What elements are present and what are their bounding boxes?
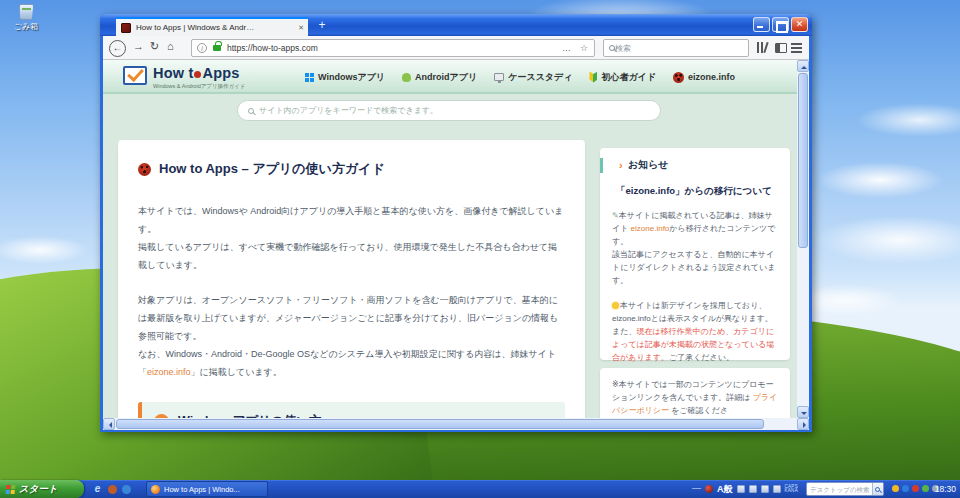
browser-tab[interactable]: How to Apps | Windows & Andr… ✕ — [116, 17, 308, 36]
desktop-search-button[interactable] — [872, 483, 883, 495]
site-search-icon — [248, 108, 254, 114]
scroll-left-button[interactable] — [103, 418, 115, 430]
ime-tool-icon-4[interactable] — [773, 485, 781, 493]
back-button[interactable]: ← — [109, 40, 126, 57]
horizontal-scrollbar[interactable] — [103, 418, 809, 430]
tray-icon-3[interactable] — [912, 485, 919, 492]
page-actions-icon[interactable]: … — [562, 43, 572, 53]
browser-search-box[interactable] — [603, 39, 749, 57]
new-tab-button[interactable]: + — [314, 18, 330, 34]
heading-ladybug-icon — [138, 163, 151, 176]
sidebar-toggle-icon[interactable] — [775, 43, 787, 53]
desktop-search-box[interactable] — [806, 482, 884, 496]
monitor-icon — [494, 73, 504, 81]
tab-close-icon[interactable]: ✕ — [298, 24, 304, 32]
tray-shield-icon[interactable] — [892, 485, 899, 492]
quick-launch-icon-3[interactable] — [122, 485, 131, 494]
quick-launch-icon-2[interactable] — [108, 485, 117, 494]
vertical-scroll-thumb[interactable] — [798, 73, 808, 248]
window-titlebar[interactable]: How to Apps | Windows & Andr… ✕ + ✕ — [100, 14, 812, 36]
site-search-bar[interactable] — [237, 100, 661, 121]
beginner-mark-icon — [589, 72, 597, 83]
page-viewport: How tApps Windows & Androidアプリ操作ガイド Wind… — [103, 60, 797, 418]
nav-item-windows-apps[interactable]: Windowsアプリ — [305, 71, 385, 84]
desktop-search-icon — [875, 487, 880, 492]
desktop: ごみ箱 How to Apps | Windows & Andr… ✕ + ✕ … — [0, 0, 960, 498]
reload-button[interactable]: ↻ — [150, 40, 159, 53]
notice-title: お知らせ — [628, 158, 669, 172]
notice-chevron-icon: › — [619, 160, 623, 171]
tray-icon-4[interactable] — [922, 485, 929, 492]
recycle-bin-icon — [19, 4, 34, 20]
window-close-button[interactable]: ✕ — [791, 17, 808, 32]
notice-header: › お知らせ — [612, 158, 778, 172]
site-logo[interactable]: How tApps Windows & Androidアプリ操作ガイド — [123, 64, 245, 90]
page-info-icon[interactable]: i — [197, 43, 207, 53]
ladybug-icon — [673, 72, 684, 83]
ime-tool-icon-3[interactable] — [761, 485, 769, 493]
tab-title: How to Apps | Windows & Andr… — [136, 23, 294, 32]
notice-paragraph-2: 該当記事にアクセスすると、自動的に本サイトにリダイレクトされるよう設定されていま… — [612, 248, 778, 287]
logo-check-icon — [123, 66, 147, 85]
windows-flag-icon — [6, 485, 16, 494]
browser-toolbar: ← → ↻ ⌂ i https://how-to-apps.com … ☆ — [103, 36, 809, 60]
recycle-bin-shortcut[interactable]: ごみ箱 — [6, 4, 46, 32]
site-title: How tApps — [153, 65, 240, 81]
bookmark-star-icon[interactable]: ☆ — [580, 43, 588, 53]
horizontal-scroll-thumb[interactable] — [116, 419, 764, 429]
library-icon[interactable] — [756, 42, 769, 54]
main-article: How to Apps – アプリの使い方ガイド 本サイトでは、Windowsや… — [118, 140, 585, 418]
notice-subtitle: 「eizone.info」からの移行について — [616, 185, 778, 198]
browser-window: How to Apps | Windows & Andr… ✕ + ✕ ← → … — [100, 14, 812, 432]
tray-icon-2[interactable] — [902, 485, 909, 492]
system-tray — [892, 485, 939, 492]
scroll-down-button[interactable] — [797, 406, 809, 418]
menu-hamburger-icon[interactable] — [791, 47, 802, 49]
caps-kana-indicator: CAPS KANA — [785, 485, 798, 494]
langbar-minimize-icon[interactable]: — — [692, 483, 701, 493]
ime-mode-icon[interactable] — [705, 485, 713, 493]
https-lock-icon — [213, 45, 221, 51]
pencil-icon: ✎ — [612, 211, 619, 220]
window-minimize-button[interactable] — [753, 17, 770, 32]
start-button[interactable]: スタート — [0, 480, 84, 498]
browser-search-input[interactable] — [615, 44, 748, 53]
home-button[interactable]: ⌂ — [167, 40, 174, 52]
logo-dot-icon — [194, 71, 201, 78]
language-bar: — A般 CAPS KANA — [692, 480, 798, 498]
nav-item-case-study[interactable]: ケーススタディ — [494, 71, 572, 84]
recycle-bin-label: ごみ箱 — [6, 21, 46, 32]
ime-tool-icon-2[interactable] — [749, 485, 757, 493]
nav-item-eizone[interactable]: eizone.info — [673, 72, 735, 83]
site-favicon-icon — [121, 23, 131, 33]
taskbar-window-button[interactable]: How to Apps | Windo... — [146, 481, 268, 497]
start-label: スタート — [19, 483, 58, 496]
desktop-search-input[interactable] — [810, 486, 872, 493]
intro-paragraph-4: なお、Windows・Android・De-Google OSなどのシステム導入… — [138, 345, 565, 381]
sidebar-eizone-link[interactable]: eizone.info — [631, 224, 670, 233]
taskbar: スタート e How to Apps | Windo... — A般 CAPS … — [0, 480, 960, 498]
eizone-link[interactable]: eizone.info — [147, 367, 191, 377]
internet-explorer-icon[interactable]: e — [92, 482, 103, 495]
notice-paragraph-3: 本サイトは新デザインを採用しており、eizone.infoとは表示スタイルが異な… — [612, 299, 778, 364]
site-search-input[interactable] — [259, 106, 660, 115]
windows-logo-icon — [305, 73, 314, 82]
scroll-right-button[interactable] — [797, 418, 809, 430]
window-maximize-button[interactable] — [772, 17, 789, 32]
address-bar[interactable]: i https://how-to-apps.com … ☆ — [191, 39, 595, 57]
intro-paragraph-1: 本サイトでは、Windowsや Android向けアプリの導入手順と基本的な使い… — [138, 202, 565, 238]
url-text[interactable]: https://how-to-apps.com — [227, 43, 562, 53]
ime-tool-icon-1[interactable] — [737, 485, 745, 493]
notice-card: › お知らせ 「eizone.info」からの移行について ✎本サイトに掲載され… — [600, 148, 790, 360]
android-icon — [402, 73, 411, 82]
vertical-scrollbar[interactable] — [797, 60, 809, 418]
scroll-up-button[interactable] — [797, 60, 809, 72]
taskbar-clock[interactable]: 18:30 — [935, 480, 956, 498]
ime-label[interactable]: A般 — [717, 483, 733, 496]
site-nav: Windowsアプリ Androidアプリ ケーススタディ 初心者ガイド — [305, 60, 735, 94]
nav-item-android-apps[interactable]: Androidアプリ — [402, 71, 477, 84]
nav-item-beginner-guide[interactable]: 初心者ガイド — [589, 71, 656, 84]
notice-paragraph-1: ✎本サイトに掲載されている記事は、姉妹サイト eizone.infoから移行され… — [612, 209, 778, 248]
promo-disclosure-card: ※本サイトでは一部のコンテンツにプロモーションリンクを含んでいます。詳細は プラ… — [600, 368, 790, 418]
forward-button[interactable]: → — [133, 40, 144, 52]
